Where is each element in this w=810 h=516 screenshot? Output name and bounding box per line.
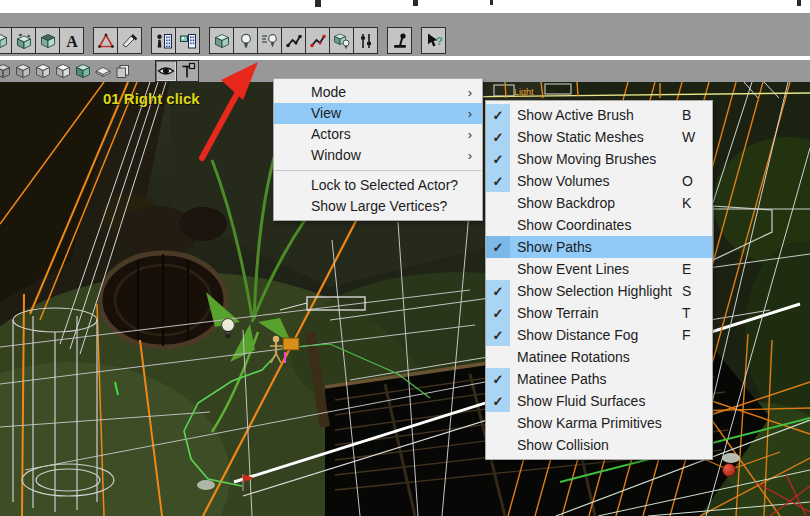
cropped-text-mark <box>315 0 321 7</box>
barrel-gate <box>100 194 227 347</box>
submenu-item-label: Show Backdrop <box>510 195 682 211</box>
submenu-item-show-moving-brushes[interactable]: ✓Show Moving Brushes <box>486 148 712 170</box>
submenu-item-label: Show Volumes <box>510 173 682 189</box>
box-textured-button[interactable] <box>73 61 93 81</box>
letter-a-icon: A <box>63 32 81 50</box>
cube-open-icon <box>39 32 57 50</box>
play-level-button[interactable] <box>387 27 412 54</box>
submenu-item-label: Show Karma Primitives <box>510 415 682 431</box>
submenu-item-label: Show Paths <box>510 239 682 255</box>
box-solid-icon <box>54 62 72 80</box>
checkmark-empty <box>486 346 510 368</box>
building-picture-icon <box>179 32 197 50</box>
submenu-item-show-distance-fog[interactable]: ✓Show Distance FogF <box>486 324 712 346</box>
submenu-item-matinee-paths[interactable]: ✓Matinee Paths <box>486 368 712 390</box>
submenu-item-show-coordinates[interactable]: Show Coordinates <box>486 214 712 236</box>
submenu-arrow-icon: › <box>468 124 472 145</box>
toolbar-group <box>209 27 378 54</box>
submenu-item-label: Show Static Meshes <box>510 129 682 145</box>
brush-clipping-button[interactable] <box>117 27 142 54</box>
context-menu: Mode›View›Actors›Window›Lock to Selected… <box>273 78 483 221</box>
menu-separator <box>275 170 481 171</box>
submenu-item-label: Show Distance Fog <box>510 327 682 343</box>
menu-item-window[interactable]: Window› <box>274 145 482 166</box>
toolbar-group: ? <box>421 27 446 54</box>
submenu-arrow-icon: › <box>468 145 472 166</box>
checkmark-icon: ✓ <box>486 280 510 302</box>
partial-box-button[interactable] <box>0 61 13 81</box>
submenu-item-label: Show Terrain <box>510 305 682 321</box>
menu-item-mode[interactable]: Mode› <box>274 82 482 103</box>
show-light-radius-button[interactable] <box>257 27 282 54</box>
cropped-text-mark <box>797 0 801 6</box>
submenu-item-show-selection-highlight[interactable]: ✓Show Selection HighlightS <box>486 280 712 302</box>
submenu-item-show-karma-primitives[interactable]: Show Karma Primitives <box>486 412 712 434</box>
realtime-preview-button[interactable] <box>156 61 177 81</box>
vertex-editing-button[interactable] <box>93 27 118 54</box>
show-brush-lights-button[interactable] <box>329 27 354 54</box>
actor-browser-button[interactable] <box>151 27 176 54</box>
menu-item-show-large-vertices[interactable]: Show Large Vertices? <box>274 196 482 217</box>
path-nodes-red-icon <box>309 32 327 50</box>
submenu-item-show-fluid-surfaces[interactable]: ✓Show Fluid Surfaces <box>486 390 712 412</box>
shortcut-key: T <box>682 305 712 321</box>
toolbar-group <box>93 27 142 54</box>
show-paths-button[interactable] <box>281 27 306 54</box>
submenu-item-show-backdrop[interactable]: Show BackdropK <box>486 192 712 214</box>
box-wire-icon <box>0 62 12 80</box>
show-lights-button[interactable] <box>233 27 258 54</box>
submenu-item-matinee-rotations[interactable]: Matinee Rotations <box>486 346 712 368</box>
add-text-button[interactable]: A <box>59 27 84 54</box>
menu-item-label: Window <box>311 147 361 163</box>
main-toolbar: A? <box>0 13 810 56</box>
eye-icon <box>157 62 175 80</box>
submenu-item-show-paths[interactable]: ✓Show Paths <box>486 236 712 258</box>
cube-rotate-button[interactable] <box>11 27 36 54</box>
box-stack-icon <box>114 62 132 80</box>
cube-teal-icon <box>0 32 9 50</box>
menu-item-actors[interactable]: Actors› <box>274 124 482 145</box>
light-actor-label: Light <box>514 87 534 97</box>
cube-arrows-icon <box>15 32 33 50</box>
context-help-button[interactable]: ? <box>421 27 446 54</box>
checkmark-empty <box>486 412 510 434</box>
toolbar-group <box>0 61 133 81</box>
box-gray-icon <box>14 62 32 80</box>
menu-item-view[interactable]: View› <box>274 103 482 124</box>
menu-item-lock-to-selected-actor[interactable]: Lock to Selected Actor? <box>274 175 482 196</box>
submenu-item-label: Show Event Lines <box>510 261 682 277</box>
box-shaded-button[interactable] <box>33 61 53 81</box>
cube-bulb-icon <box>333 32 351 50</box>
submenu-item-label: Show Fluid Surfaces <box>510 393 682 409</box>
checkmark-icon: ✓ <box>486 368 510 390</box>
submenu-item-show-terrain[interactable]: ✓Show TerrainT <box>486 302 712 324</box>
shortcut-key: K <box>682 195 712 211</box>
cube-teal-icon <box>213 32 231 50</box>
box-flat-button[interactable] <box>93 61 113 81</box>
show-paths-red-button[interactable] <box>305 27 330 54</box>
submenu-item-label: Matinee Rotations <box>510 349 682 365</box>
svg-text:?: ? <box>436 34 443 46</box>
submenu-item-show-collision[interactable]: Show Collision <box>486 434 712 456</box>
texture-browser-button[interactable] <box>175 27 200 54</box>
level-settings-button[interactable] <box>353 27 378 54</box>
cube-open-button[interactable] <box>35 27 60 54</box>
debris <box>197 480 215 490</box>
submenu-item-show-event-lines[interactable]: Show Event LinesE <box>486 258 712 280</box>
box-stack-button[interactable] <box>113 61 133 81</box>
box-frame-button[interactable] <box>13 61 33 81</box>
shortcut-key: S <box>682 283 712 299</box>
checkmark-icon: ✓ <box>486 390 510 412</box>
box-solid-button[interactable] <box>53 61 73 81</box>
submenu-arrow-icon: › <box>468 103 472 124</box>
shortcut-key: B <box>682 107 712 123</box>
menu-item-label: Mode <box>311 84 346 100</box>
submenu-item-show-active-brush[interactable]: ✓Show Active BrushB <box>486 104 712 126</box>
checkmark-empty <box>486 258 510 280</box>
show-brush-button[interactable] <box>209 27 234 54</box>
submenu-item-show-volumes[interactable]: ✓Show VolumesO <box>486 170 712 192</box>
submenu-item-show-static-meshes[interactable]: ✓Show Static MeshesW <box>486 126 712 148</box>
bulb-rays-icon <box>261 32 279 50</box>
joystick-icon <box>391 32 409 50</box>
view-submenu: ✓Show Active BrushB✓Show Static MeshesW✓… <box>485 100 713 460</box>
